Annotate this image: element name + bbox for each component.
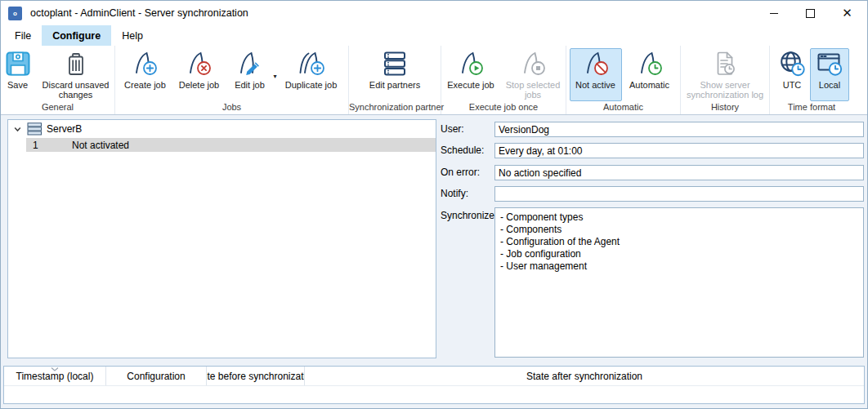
job-tree-panel: ServerB 1 Not activated bbox=[7, 119, 436, 358]
group-caption-history: History bbox=[681, 102, 769, 112]
content-area: ServerB 1 Not activated User: Schedule: … bbox=[1, 115, 867, 408]
menu-bar: File Configure Help bbox=[1, 25, 867, 46]
ribbon-group-jobs: Create job Delete job bbox=[115, 46, 349, 114]
schedule-label: Schedule: bbox=[441, 144, 484, 156]
window-clock-icon bbox=[816, 50, 843, 78]
minimize-icon bbox=[770, 13, 778, 14]
job-add-icon bbox=[131, 50, 159, 78]
server-icon bbox=[27, 122, 43, 136]
delete-job-button[interactable]: Delete job bbox=[172, 48, 226, 101]
synchronize-item: - Job configuration bbox=[500, 248, 858, 260]
job-duplicate-icon bbox=[298, 50, 325, 78]
trash-icon bbox=[62, 50, 90, 78]
create-job-button[interactable]: Create job bbox=[118, 48, 172, 101]
local-button[interactable]: Local bbox=[810, 48, 849, 101]
save-button[interactable]: Save bbox=[0, 48, 36, 101]
user-label: User: bbox=[441, 123, 464, 135]
job-not-active-icon bbox=[582, 50, 610, 78]
show-server-synchronization-log-button: Show server synchronization log bbox=[682, 48, 768, 101]
history-grid: Timestamp (local) Configuration ite befo… bbox=[3, 366, 865, 404]
window-title: octoplant - AdminClient - Server synchro… bbox=[30, 7, 248, 19]
job-state: Not activated bbox=[72, 140, 129, 151]
stop-selected-jobs-button: Stop selected jobs bbox=[500, 48, 566, 101]
group-caption-time-format: Time format bbox=[770, 102, 853, 112]
menu-file[interactable]: File bbox=[4, 25, 42, 46]
ribbon-group-time-format: UTC Local Time format bbox=[770, 46, 853, 114]
column-header-configuration[interactable]: Configuration bbox=[106, 367, 207, 385]
tree-row-job-1[interactable]: 1 Not activated bbox=[26, 138, 436, 152]
server-stack-icon bbox=[381, 50, 409, 78]
group-caption-synchronization-partner: Synchronization partner bbox=[349, 102, 441, 112]
chevron-down-icon[interactable] bbox=[13, 125, 22, 134]
menu-configure[interactable]: Configure bbox=[42, 25, 111, 46]
close-icon: ✕ bbox=[842, 6, 852, 20]
ribbon-group-general: Save Discard unsaved changes General bbox=[1, 46, 115, 114]
job-delete-icon bbox=[185, 50, 213, 78]
automatic-button[interactable]: Automatic bbox=[622, 48, 678, 101]
synchronize-list[interactable]: - Component types - Components - Configu… bbox=[494, 207, 864, 358]
job-automatic-icon bbox=[636, 50, 664, 78]
ribbon-group-automatic: Not active Automatic Automatic bbox=[566, 46, 681, 114]
title-bar: o octoplant - AdminClient - Server synch… bbox=[1, 1, 867, 25]
not-active-button[interactable]: Not active bbox=[570, 48, 622, 101]
group-caption-automatic: Automatic bbox=[566, 102, 680, 112]
group-caption-jobs: Jobs bbox=[115, 102, 348, 112]
synchronize-item: - Configuration of the Agent bbox=[500, 236, 858, 248]
menu-help[interactable]: Help bbox=[111, 25, 154, 46]
sort-indicator-icon bbox=[50, 367, 60, 372]
app-window: o octoplant - AdminClient - Server synch… bbox=[0, 0, 868, 409]
ribbon-group-execute-job-once: Execute job Stop selected jobs Execute j… bbox=[441, 46, 566, 114]
job-number: 1 bbox=[26, 140, 72, 151]
synchronize-label: Synchronize: bbox=[441, 210, 497, 221]
log-document-icon bbox=[711, 50, 739, 78]
group-caption-execute-job-once: Execute job once bbox=[441, 102, 566, 112]
maximize-button[interactable] bbox=[792, 1, 829, 25]
notify-label: Notify: bbox=[441, 188, 468, 199]
on-error-field[interactable] bbox=[494, 165, 864, 180]
group-caption-general: General bbox=[1, 102, 114, 112]
synchronize-item: - Components bbox=[500, 224, 858, 236]
notify-field[interactable] bbox=[494, 186, 864, 202]
discard-unsaved-changes-button[interactable]: Discard unsaved changes bbox=[36, 48, 116, 101]
user-field[interactable] bbox=[494, 122, 864, 137]
job-edit-icon bbox=[235, 50, 263, 78]
tree-node-serverb[interactable]: ServerB bbox=[8, 120, 436, 138]
edit-job-button[interactable]: Edit job bbox=[226, 48, 273, 101]
column-header-state-after-synchronization[interactable]: State after synchronization bbox=[305, 367, 864, 385]
minimize-button[interactable] bbox=[755, 1, 792, 25]
job-stop-icon bbox=[519, 50, 547, 78]
save-icon bbox=[4, 50, 32, 78]
tree-node-label: ServerB bbox=[47, 123, 82, 135]
duplicate-job-button[interactable]: Duplicate job bbox=[277, 48, 346, 101]
ribbon-toolbar: Save Discard unsaved changes General bbox=[1, 46, 867, 115]
synchronize-item: - Component types bbox=[500, 211, 858, 224]
utc-button[interactable]: UTC bbox=[774, 48, 810, 101]
close-button[interactable]: ✕ bbox=[829, 1, 866, 25]
octoplant-logo-icon: o bbox=[8, 7, 22, 20]
execute-job-button[interactable]: Execute job bbox=[441, 48, 500, 101]
grid-header-row: Timestamp (local) Configuration ite befo… bbox=[4, 367, 864, 386]
ribbon-group-synchronization-partner: Edit partners Synchronization partner bbox=[349, 46, 441, 114]
on-error-label: On error: bbox=[441, 167, 480, 178]
synchronize-item: - User management bbox=[500, 260, 858, 273]
column-header-state-before-synchronization[interactable]: ite before synchronizati bbox=[207, 367, 305, 385]
schedule-field[interactable] bbox=[494, 143, 864, 158]
maximize-icon bbox=[806, 9, 815, 18]
globe-clock-icon bbox=[778, 50, 806, 78]
edit-job-dropdown-arrow-icon[interactable]: ▾ bbox=[273, 73, 276, 80]
edit-partners-button[interactable]: Edit partners bbox=[353, 48, 436, 101]
job-play-icon bbox=[457, 50, 485, 78]
ribbon-group-history: Show server synchronization log History bbox=[681, 46, 770, 114]
